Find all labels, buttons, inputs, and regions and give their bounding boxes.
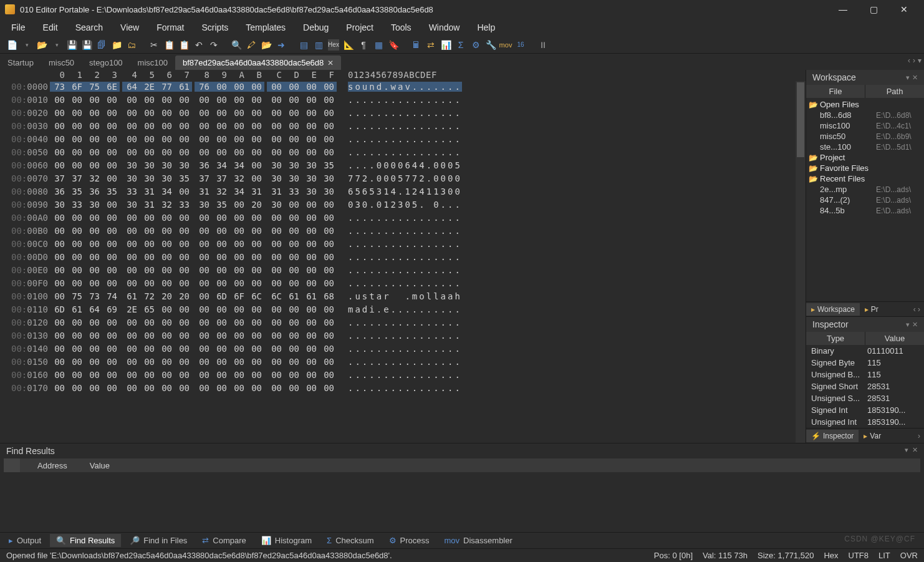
hex-byte[interactable]: 00 xyxy=(247,278,264,288)
hex-ascii[interactable]: ....0000644.0005 xyxy=(348,160,462,170)
hex-byte[interactable]: 31 xyxy=(267,187,284,196)
hex-byte[interactable]: 33 xyxy=(67,200,85,210)
hex-byte[interactable]: 00 xyxy=(175,187,192,196)
hex-byte[interactable]: 64 xyxy=(85,304,102,314)
hex-byte[interactable]: 00 xyxy=(195,213,212,223)
tab-next-icon[interactable]: › xyxy=(913,56,915,65)
inspector-row[interactable]: Binary01110011 xyxy=(806,345,924,357)
status-ovr[interactable]: OVR xyxy=(900,551,918,560)
hex-byte[interactable]: 00 xyxy=(247,147,264,157)
hex-byte[interactable]: 00 xyxy=(267,108,284,118)
tree-section[interactable]: 📂Recent Files xyxy=(806,173,924,184)
paste-icon[interactable]: 📋 xyxy=(178,39,190,51)
hex-byte[interactable]: 00 xyxy=(175,317,192,327)
hex-byte[interactable]: 00 xyxy=(212,252,229,262)
close-button[interactable]: ✕ xyxy=(895,2,913,17)
hex-byte[interactable]: 00 xyxy=(195,239,212,249)
hex-byte[interactable]: 00 xyxy=(102,108,120,118)
hex-byte[interactable]: 00 xyxy=(229,134,247,144)
pause-icon[interactable]: ⏸ xyxy=(537,39,549,51)
hex-byte[interactable]: 30 xyxy=(284,160,302,170)
hex-byte[interactable]: 00 xyxy=(229,226,247,236)
hex-byte[interactable]: 00 xyxy=(140,252,157,262)
hex-ascii[interactable]: 030.012305. 0... xyxy=(348,200,462,210)
hex-byte[interactable]: 33 xyxy=(175,200,192,210)
hex-byte[interactable]: 00 xyxy=(85,278,102,288)
inspector-list[interactable]: Binary01110011Signed Byte115Unsigned B..… xyxy=(806,345,924,428)
hex-ascii[interactable]: sound.wav....... xyxy=(348,82,462,92)
hex-byte[interactable]: 00 xyxy=(157,317,175,327)
hex-row[interactable]: 00:00F000000000000000000000000000000000.… xyxy=(0,276,806,289)
hex-byte[interactable]: 00 xyxy=(212,278,229,288)
bottom-tab-process[interactable]: ⚙Process xyxy=(383,534,436,547)
hex-byte[interactable]: 00 xyxy=(140,317,157,327)
hex-byte[interactable]: 00 xyxy=(267,252,284,262)
hex-byte[interactable]: 00 xyxy=(157,252,175,262)
hex-byte[interactable]: 30 xyxy=(267,200,284,210)
hex-byte[interactable]: 00 xyxy=(229,357,247,367)
hex-byte[interactable]: 00 xyxy=(247,357,264,367)
hex-byte[interactable]: 00 xyxy=(302,134,319,144)
hex-byte[interactable]: 00 xyxy=(267,226,284,236)
menu-view[interactable]: View xyxy=(115,21,144,34)
tools-icon[interactable]: 🔧 xyxy=(485,39,496,51)
hex-byte[interactable]: 00 xyxy=(67,134,85,144)
hex-row[interactable]: 00:015000000000000000000000000000000000.… xyxy=(0,355,806,368)
hex-byte[interactable]: 00 xyxy=(50,291,67,301)
hex-byte[interactable]: 00 xyxy=(102,226,120,236)
hex-ascii[interactable]: ................ xyxy=(348,213,462,223)
hex-byte[interactable]: 00 xyxy=(175,213,192,223)
hex-byte[interactable]: 00 xyxy=(157,344,175,354)
hex-mode-icon[interactable]: Hex xyxy=(328,39,339,51)
search-icon[interactable]: 🔍 xyxy=(231,39,242,51)
hex-byte[interactable]: 33 xyxy=(284,187,302,196)
hex-byte[interactable]: 00 xyxy=(140,357,157,367)
hex-ascii[interactable]: ................ xyxy=(348,344,462,354)
tree-file-item[interactable]: ste...100E:\D...5d1\ xyxy=(806,142,924,152)
hex-byte[interactable]: 00 xyxy=(247,213,264,223)
hex-byte[interactable]: 00 xyxy=(302,121,319,131)
hex-byte[interactable]: 00 xyxy=(140,265,157,275)
hex-byte[interactable]: 00 xyxy=(284,357,302,367)
hex-byte[interactable]: 00 xyxy=(85,265,102,275)
hex-byte[interactable]: 00 xyxy=(319,370,337,380)
hex-byte[interactable]: 00 xyxy=(140,147,157,157)
hex-byte[interactable]: 00 xyxy=(212,108,229,118)
hex-byte[interactable]: 00 xyxy=(319,317,337,327)
folder-icon[interactable]: 📁 xyxy=(111,39,122,51)
hex-byte[interactable]: 37 xyxy=(195,173,212,183)
hex-byte[interactable]: 32 xyxy=(212,187,229,196)
hex-byte[interactable]: 00 xyxy=(102,95,120,105)
hex-byte[interactable]: 00 xyxy=(247,134,264,144)
inspector-row[interactable]: Signed Int1853190... xyxy=(806,404,924,416)
hex-byte[interactable]: 00 xyxy=(267,304,284,314)
status-size[interactable]: Size: 1,771,520 xyxy=(758,551,814,560)
find-folder-icon[interactable]: 📂 xyxy=(261,39,272,51)
hex-byte[interactable]: 35 xyxy=(319,160,337,170)
hex-byte[interactable]: 00 xyxy=(212,226,229,236)
hex-byte[interactable]: 00 xyxy=(67,95,85,105)
hex-byte[interactable]: 00 xyxy=(67,239,85,249)
hex-byte[interactable]: 00 xyxy=(267,317,284,327)
toggle-b-icon[interactable]: ▥ xyxy=(313,39,324,51)
status-encoding[interactable]: UTF8 xyxy=(849,551,869,560)
hex-byte[interactable]: 00 xyxy=(212,344,229,354)
hex-byte[interactable]: 00 xyxy=(175,265,192,275)
hex-ascii[interactable]: ................ xyxy=(348,226,462,236)
hex-byte[interactable]: 00 xyxy=(284,108,302,118)
hex-ascii[interactable]: madi.e.......... xyxy=(348,304,462,314)
hex-byte[interactable]: 30 xyxy=(175,160,192,170)
hex-byte[interactable]: 00 xyxy=(50,383,67,393)
hex-byte[interactable]: 00 xyxy=(229,344,247,354)
process-icon[interactable]: ⚙ xyxy=(470,39,481,51)
hex-byte[interactable]: 00 xyxy=(247,304,264,314)
hex-byte[interactable]: 2E xyxy=(122,304,140,314)
hex-byte[interactable]: 00 xyxy=(85,95,102,105)
hex-byte[interactable]: 00 xyxy=(175,331,192,341)
workspace-path-header[interactable]: Path xyxy=(865,85,924,98)
hex-byte[interactable]: 00 xyxy=(284,134,302,144)
hex-byte[interactable]: 00 xyxy=(102,213,120,223)
menu-format[interactable]: Format xyxy=(152,21,189,34)
hex-byte[interactable]: 00 xyxy=(140,108,157,118)
hex-byte[interactable]: 30 xyxy=(50,200,67,210)
